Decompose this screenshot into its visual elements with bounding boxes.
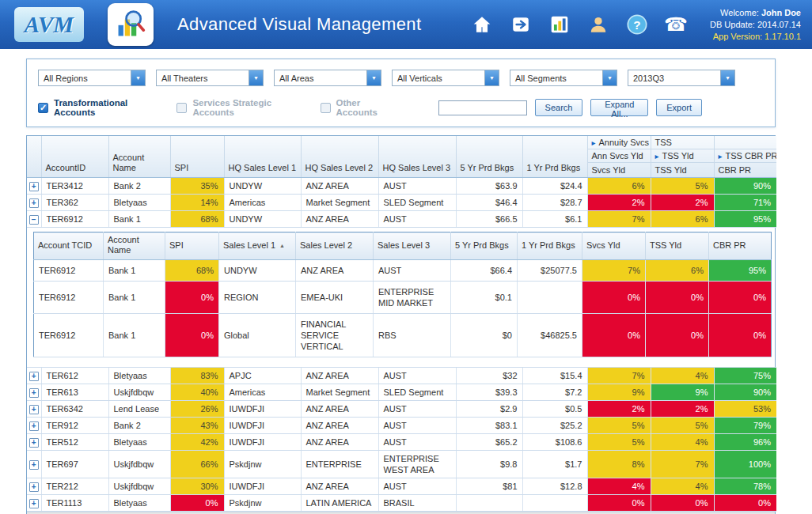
svcs-yld-cell: 7% (587, 368, 651, 384)
sub-col-svcs-yld[interactable]: Svcs Yld (582, 232, 646, 260)
filter-select[interactable]: All Theaters ▼ (156, 70, 264, 86)
sub-col-sales-1-sorted[interactable]: Sales Level 1 (219, 232, 296, 260)
home-icon[interactable] (469, 11, 495, 38)
avm-logo: AVM (14, 7, 84, 42)
filter-checkbox[interactable]: Other Accounts (321, 98, 396, 117)
sub-col-account-name[interactable]: Account Name (104, 232, 165, 260)
svcs-yld-cell: 7% (582, 260, 646, 282)
spi-cell: 0% (170, 495, 224, 512)
detail-row: TER6912 Bank 1 68% UNDYW ANZ AREA AUST $… (34, 260, 772, 282)
expand-toggle[interactable]: + (29, 438, 39, 448)
col-header-hq-sales-3[interactable]: HQ Sales Level 3 (378, 136, 456, 178)
bkgs-1yr-cell: $25.2 (522, 418, 587, 434)
chevron-down-icon: ▼ (366, 70, 381, 85)
filters-panel: All Regions ▼ All Theaters ▼ All Areas ▼… (26, 59, 776, 127)
filter-select[interactable]: 2013Q3 ▼ (628, 70, 735, 86)
phone-icon[interactable]: ☎ (662, 11, 689, 38)
sub-col-spi[interactable]: SPI (165, 232, 219, 260)
filter-select[interactable]: All Verticals ▼ (392, 70, 499, 86)
col-header-svcs-yld[interactable]: Annuity Svcs Ann Svcs Yld Svcs Yld (587, 136, 651, 178)
account-name-cell: Bank 2 (108, 418, 170, 434)
col-header-1yr-bkgs[interactable]: 1 Yr Prd Bkgs (522, 136, 587, 178)
bkgs-1yr-cell: $6.1 (522, 211, 587, 228)
help-icon[interactable]: ? (624, 11, 651, 38)
filter-select[interactable]: All Regions ▼ (38, 70, 146, 86)
grid-action-buttons: Expand All... Export (582, 99, 702, 116)
sales-l2-cell: FINANCIAL SERVICE VERTICAL (296, 314, 374, 357)
chart-icon[interactable] (546, 11, 573, 38)
expand-toggle[interactable]: + (29, 499, 39, 508)
filter-checkbox[interactable]: Services Strategic Accounts (176, 98, 301, 117)
sub-col-1yr-bkgs[interactable]: 1 Yr Prd Bkgs (518, 232, 582, 260)
accountid-cell: TER6342 (41, 401, 108, 418)
col-header-accountid[interactable]: AccountID (41, 136, 108, 178)
svcs-yld-cell: 2% (587, 401, 651, 418)
filter-select[interactable]: All Areas ▼ (274, 70, 381, 86)
expand-toggle[interactable]: + (29, 421, 39, 431)
tcid-cell: TER6912 (34, 260, 104, 282)
bkgs-5yr-cell: $65.2 (456, 434, 522, 451)
tss-yld-cell: 0% (651, 495, 714, 512)
sub-col-5yr-bkgs[interactable]: 5 Yr Prd Bkgs (451, 232, 518, 260)
expand-toggle[interactable]: + (29, 372, 39, 381)
bkgs-1yr-cell: $108.6 (522, 434, 587, 451)
filter-checkbox[interactable]: Transformational Accounts (38, 98, 157, 117)
expand-toggle[interactable]: + (29, 388, 39, 398)
cbr-pr-cell: 90% (714, 178, 776, 195)
expander-cell: + (27, 195, 41, 211)
expand-all-button[interactable]: Expand All... (590, 99, 648, 116)
group-annuity-svcs[interactable]: Annuity Svcs (588, 136, 651, 149)
search-button[interactable]: Search (535, 99, 583, 116)
sales-l2-cell: Market Segment (301, 195, 378, 211)
account-name-cell: Bletyaas (108, 495, 170, 512)
spi-cell: 43% (170, 418, 224, 434)
sub-col-sales-2[interactable]: Sales Level 2 (296, 232, 374, 260)
bkgs-1yr-cell (518, 282, 582, 314)
checkbox-label: Other Accounts (336, 98, 396, 117)
sales-l3-cell: RBS (374, 314, 451, 357)
expand-toggle[interactable]: + (29, 482, 39, 492)
col-header-5yr-bkgs[interactable]: 5 Yr Prd Bkgs (456, 136, 522, 178)
col-header-hq-sales-1[interactable]: HQ Sales Level 1 (224, 136, 301, 178)
sales-l2-cell: ANZ AREA (301, 401, 378, 418)
sub-col-cbr-pr[interactable]: CBR PR (709, 232, 772, 260)
sales-l3-cell: AUST (378, 211, 456, 228)
chevron-down-icon: ▼ (131, 70, 145, 85)
bkgs-5yr-cell: $39.3 (456, 384, 522, 401)
bkgs-5yr-cell: $2.9 (456, 401, 522, 418)
group-tss-yld[interactable]: TSS Yld (651, 149, 714, 163)
sub-col-sales-3[interactable]: Sales Level 3 (374, 232, 451, 260)
chevron-down-icon: ▼ (484, 70, 499, 85)
expand-toggle[interactable]: + (29, 198, 39, 208)
table-row: + TER512 Bletyaas 42% IUWDFJI ANZ AREA A… (27, 434, 776, 451)
tss-yld-cell: 5% (651, 178, 714, 195)
expand-toggle[interactable]: + (29, 182, 39, 191)
tcid-cell: TER6912 (34, 282, 104, 314)
app-icon-tile (108, 3, 154, 46)
col-header-cbr-pr[interactable]: TSS CBR PR CBR PR (714, 136, 776, 178)
col-header-spi[interactable]: SPI (170, 136, 224, 178)
sub-col-account-tcid[interactable]: Account TCID (34, 232, 104, 260)
filter-select[interactable]: All Segments ▼ (510, 70, 617, 86)
expander-cell: + (27, 451, 41, 478)
sales-l2-cell: ANZ AREA (301, 178, 378, 195)
expand-toggle[interactable]: − (29, 215, 39, 225)
col-header-hq-sales-2[interactable]: HQ Sales Level 2 (301, 136, 378, 178)
sub-col-tss-yld[interactable]: TSS Yld (646, 232, 709, 260)
export-button[interactable]: Export (656, 99, 702, 116)
group-cbr-blank (715, 136, 777, 149)
user-icon[interactable] (585, 11, 612, 38)
grid-header-row: AccountID Account Name SPI HQ Sales Leve… (27, 136, 776, 178)
export-icon[interactable] (507, 11, 534, 38)
cbr-pr-cell: 95% (714, 211, 776, 228)
search-input[interactable] (438, 100, 527, 115)
svcs-yld-cell: 0% (582, 282, 646, 314)
expand-toggle[interactable]: + (29, 405, 39, 414)
detail-grid-body: TER6912 Bank 1 68% UNDYW ANZ AREA AUST $… (34, 260, 772, 357)
group-tss-cbr-pr[interactable]: TSS CBR PR (715, 149, 777, 163)
expander-cell: + (27, 368, 41, 384)
col-header-account-name[interactable]: Account Name (108, 136, 170, 178)
expand-toggle[interactable]: + (29, 460, 39, 470)
account-name-cell: Bank 1 (104, 260, 165, 282)
col-header-tss-yld[interactable]: TSS TSS Yld TSS Yld (651, 136, 714, 178)
